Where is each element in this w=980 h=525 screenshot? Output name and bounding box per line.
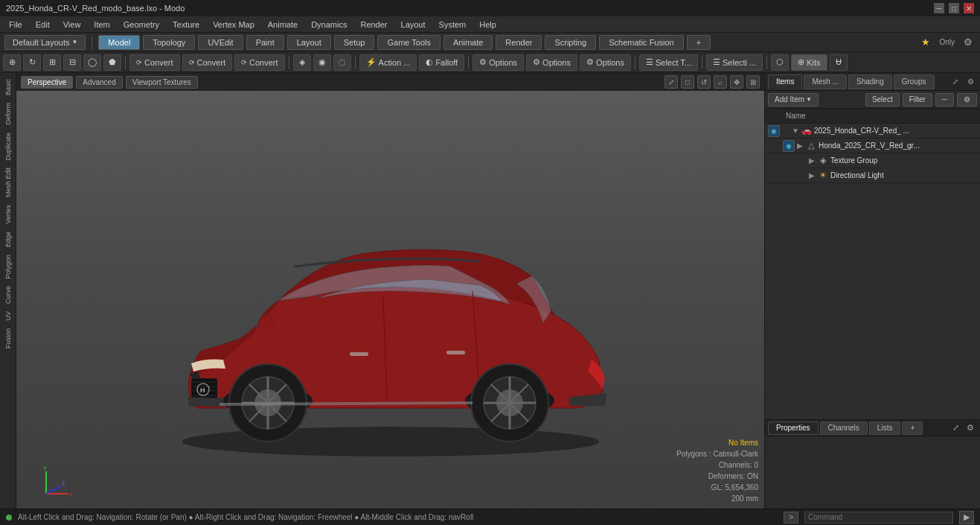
command-run-button[interactable]: ▶: [959, 511, 974, 524]
selecti-button[interactable]: ☰ Selecti ...: [706, 54, 763, 71]
menu-edit[interactable]: Edit: [30, 19, 56, 31]
items-minus-button[interactable]: ─: [935, 93, 954, 106]
bottom-tab-channels[interactable]: Channels: [820, 421, 868, 435]
star-button[interactable]: ★: [918, 36, 933, 48]
sidebar-item-vertex[interactable]: Vertex: [3, 202, 13, 227]
close-button[interactable]: ✕: [964, 3, 974, 13]
vp-icon-maximize[interactable]: ⤢: [664, 75, 678, 89]
sidebar-item-basic[interactable]: Basic: [3, 76, 13, 98]
options-button-2[interactable]: ⚙ Options: [526, 54, 577, 71]
menu-vertex-map[interactable]: Vertex Map: [207, 19, 260, 31]
tab-render[interactable]: Render: [496, 35, 542, 50]
sidebar-item-fusion[interactable]: Fusion: [3, 325, 13, 351]
add-layout-tab[interactable]: +: [687, 35, 711, 50]
vp-tab-advanced[interactable]: Advanced: [76, 76, 122, 89]
expand-texture[interactable]: ▶: [807, 156, 817, 165]
tree-item-texture[interactable]: ▶ ◈ Texture Group: [765, 153, 980, 168]
sidebar-item-mesh-edit[interactable]: Mesh Edit: [3, 165, 13, 200]
menu-help[interactable]: Help: [473, 19, 502, 31]
tool-icon-3[interactable]: ⊞: [43, 54, 61, 71]
tab-game-tools[interactable]: Game Tools: [377, 35, 441, 50]
tab-schematic-fusion[interactable]: Schematic Fusion: [599, 35, 683, 50]
status-arrow-button[interactable]: >: [784, 512, 798, 524]
vp-icon-zoom[interactable]: ⌕: [714, 75, 727, 89]
panel-expand-icon[interactable]: ⤢: [949, 75, 962, 89]
menu-system[interactable]: System: [433, 19, 473, 31]
tab-animate[interactable]: Animate: [443, 35, 493, 50]
bottom-tab-add[interactable]: +: [902, 421, 923, 435]
tab-scripting[interactable]: Scripting: [545, 35, 596, 50]
tab-paint[interactable]: Paint: [246, 35, 284, 50]
convert-button-1[interactable]: ⟳Convert: [129, 54, 180, 71]
sidebar-item-curve[interactable]: Curve: [3, 283, 13, 307]
tool-icon-1[interactable]: ⊕: [3, 54, 21, 71]
menu-geometry[interactable]: Geometry: [118, 19, 165, 31]
tab-setup[interactable]: Setup: [334, 35, 375, 50]
tree-item-light[interactable]: ▶ ☀ Directional Light: [765, 168, 980, 183]
eye-toggle-root[interactable]: ◉: [768, 125, 780, 137]
tool-icon-9[interactable]: ◌: [333, 54, 351, 71]
sidebar-item-polygon[interactable]: Polygon: [3, 252, 13, 282]
vp-icon-rotate[interactable]: ↺: [697, 75, 711, 89]
bottom-gear-icon[interactable]: ⚙: [964, 421, 977, 435]
expand-mesh[interactable]: ▶: [795, 141, 805, 150]
menu-view[interactable]: View: [57, 19, 87, 31]
falloff-button[interactable]: ◐ Falloff: [419, 54, 464, 71]
tree-item-mesh[interactable]: ◉ ▶ △ Honda_2025_CR_V_Red_gr...: [765, 139, 980, 153]
add-item-button[interactable]: Add Item ▼: [768, 93, 819, 106]
bottom-tab-properties[interactable]: Properties: [768, 421, 819, 435]
expand-root[interactable]: ▼: [790, 127, 801, 135]
menu-texture[interactable]: Texture: [167, 19, 205, 31]
tool-icon-2[interactable]: ↻: [23, 54, 41, 71]
panel-tab-mesh[interactable]: Mesh ...: [804, 74, 847, 89]
menu-render[interactable]: Render: [354, 19, 393, 31]
vp-icon-pan[interactable]: ✥: [730, 75, 743, 89]
filter-button[interactable]: Filter: [903, 93, 932, 106]
vp-tab-viewport-textures[interactable]: Viewport Textures: [126, 76, 198, 89]
panel-gear-icon[interactable]: ⚙: [964, 75, 977, 89]
bottom-expand-icon[interactable]: ⤢: [949, 421, 962, 435]
tool-icon-6[interactable]: ⬟: [103, 54, 121, 71]
tree-item-root[interactable]: ◉ ▼ 🚗 2025_Honda_CR-V_Red_ ...: [765, 124, 980, 139]
sidebar-item-edge[interactable]: Edge: [3, 229, 13, 250]
minimize-button[interactable]: ─: [934, 3, 944, 13]
menu-dynamics[interactable]: Dynamics: [305, 19, 353, 31]
command-input[interactable]: [804, 512, 953, 524]
tool-icon-8[interactable]: ◉: [313, 54, 331, 71]
tab-topology[interactable]: Topology: [143, 35, 195, 50]
menu-item[interactable]: Item: [88, 19, 115, 31]
maximize-button[interactable]: □: [949, 3, 959, 13]
tab-layout[interactable]: Layout: [287, 35, 331, 50]
select-button[interactable]: Select: [865, 93, 900, 106]
menu-animate[interactable]: Animate: [262, 19, 304, 31]
action-button[interactable]: ⚡ Action ...: [359, 54, 417, 71]
items-tree[interactable]: ◉ ▼ 🚗 2025_Honda_CR-V_Red_ ... ◉ ▶ △ Hon…: [765, 124, 980, 419]
sidebar-item-duplicate[interactable]: Duplicate: [3, 130, 13, 164]
tool-icon-4[interactable]: ⊟: [63, 54, 81, 71]
vp-icon-fullscreen[interactable]: □: [681, 75, 694, 89]
tool-icon-5[interactable]: ◯: [83, 54, 101, 71]
tab-model[interactable]: Model: [98, 35, 140, 50]
viewport[interactable]: Perspective Advanced Viewport Textures ⤢…: [16, 73, 764, 509]
options-button-1[interactable]: ⚙ Options: [473, 54, 524, 71]
convert-button-2[interactable]: ⟳Convert: [182, 54, 233, 71]
menu-layout[interactable]: Layout: [395, 19, 432, 31]
panel-tab-groups[interactable]: Groups: [894, 74, 935, 89]
tool-icon-unreal[interactable]: Ʉ: [830, 54, 848, 71]
sidebar-item-deform[interactable]: Deform: [3, 100, 13, 128]
tool-icon-vr[interactable]: ⬡: [771, 54, 789, 71]
kits-button[interactable]: ⊕ Kits: [791, 54, 827, 71]
panel-tab-shading[interactable]: Shading: [848, 74, 892, 89]
expand-light[interactable]: ▶: [807, 171, 817, 179]
sidebar-item-uv[interactable]: UV: [3, 308, 13, 324]
menu-file[interactable]: File: [3, 19, 28, 31]
vp-icon-settings[interactable]: ⊞: [746, 75, 760, 89]
eye-toggle-mesh[interactable]: ◉: [783, 140, 795, 152]
convert-button-3[interactable]: ⟳Convert: [234, 54, 285, 71]
items-settings-button[interactable]: ⚙: [957, 93, 977, 106]
panel-tab-items[interactable]: Items: [768, 74, 802, 89]
tool-icon-7[interactable]: ◈: [293, 54, 311, 71]
select-t-button[interactable]: ☰ Select T...: [639, 54, 698, 71]
tab-uvedit[interactable]: UVEdit: [198, 35, 243, 50]
bottom-tab-lists[interactable]: Lists: [869, 421, 901, 435]
